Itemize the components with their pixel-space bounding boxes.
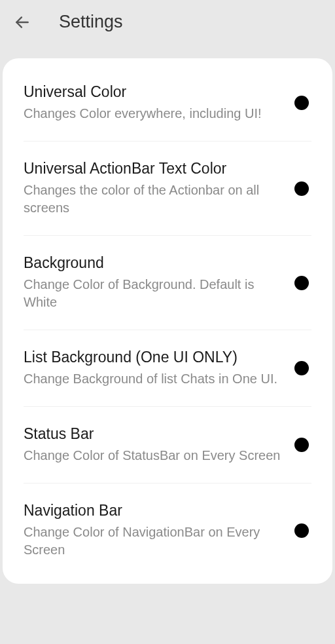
setting-title: Status Bar xyxy=(24,425,281,443)
color-swatch xyxy=(294,361,309,375)
setting-text: Universal ActionBar Text Color Changes t… xyxy=(24,160,294,217)
back-button[interactable] xyxy=(13,13,31,31)
setting-list-background[interactable]: List Background (One UI ONLY) Change Bac… xyxy=(3,330,332,406)
setting-desc: Change Background of list Chats in One U… xyxy=(24,370,281,388)
setting-text: Status Bar Change Color of StatusBar on … xyxy=(24,425,294,464)
setting-desc: Changes Color everywhere, including UI! xyxy=(24,105,281,123)
settings-card: Universal Color Changes Color everywhere… xyxy=(3,58,332,584)
page-title: Settings xyxy=(59,12,123,32)
setting-status-bar[interactable]: Status Bar Change Color of StatusBar on … xyxy=(3,407,332,483)
setting-desc: Change Color of Background. Default is W… xyxy=(24,276,281,311)
setting-desc: Change Color of NavigationBar on Every S… xyxy=(24,523,281,559)
setting-desc: Change Color of StatusBar on Every Scree… xyxy=(24,447,281,464)
color-swatch xyxy=(294,276,309,290)
setting-universal-color[interactable]: Universal Color Changes Color everywhere… xyxy=(3,65,332,141)
setting-text: Universal Color Changes Color everywhere… xyxy=(24,83,294,123)
color-swatch xyxy=(294,438,309,452)
setting-background[interactable]: Background Change Color of Background. D… xyxy=(3,236,332,330)
color-swatch xyxy=(294,181,309,196)
color-swatch xyxy=(294,523,309,538)
setting-title: Universal ActionBar Text Color xyxy=(24,160,281,178)
setting-desc: Changes the color of the Actionbar on al… xyxy=(24,181,281,217)
setting-navigation-bar[interactable]: Navigation Bar Change Color of Navigatio… xyxy=(3,483,332,577)
setting-title: Background xyxy=(24,254,281,272)
setting-text: Background Change Color of Background. D… xyxy=(24,254,294,311)
header: Settings xyxy=(0,0,335,58)
arrow-left-icon xyxy=(14,14,31,31)
setting-title: Universal Color xyxy=(24,83,281,101)
setting-text: Navigation Bar Change Color of Navigatio… xyxy=(24,502,294,559)
color-swatch xyxy=(294,96,309,110)
setting-title: List Background (One UI ONLY) xyxy=(24,349,281,366)
setting-text: List Background (One UI ONLY) Change Bac… xyxy=(24,349,294,388)
setting-universal-actionbar-text-color[interactable]: Universal ActionBar Text Color Changes t… xyxy=(3,142,332,235)
setting-title: Navigation Bar xyxy=(24,502,281,520)
